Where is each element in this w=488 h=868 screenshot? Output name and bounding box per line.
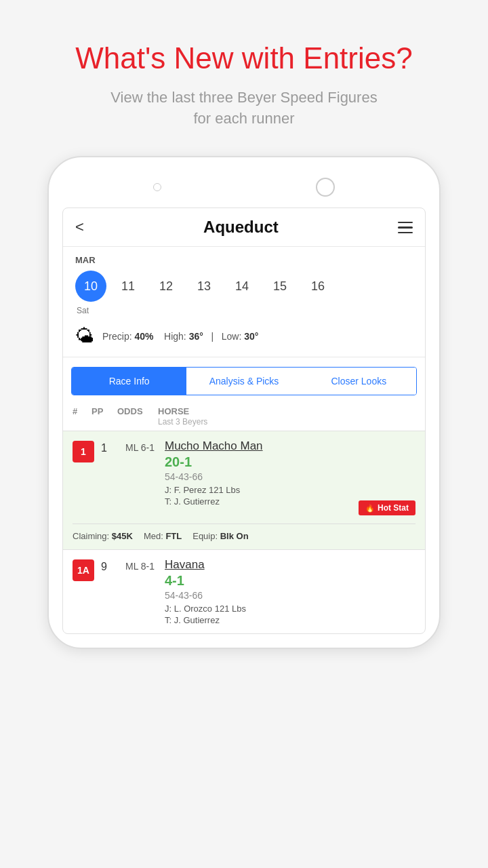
app-header: < Aqueduct (63, 208, 425, 247)
runner-name-1[interactable]: Mucho Macho Man (165, 439, 415, 453)
col-horse-sub: Last 3 Beyers (158, 417, 207, 427)
page-title: What's New with Entries? (75, 41, 412, 77)
date-10[interactable]: 10 (75, 271, 106, 302)
col-horse-label: HORSE (158, 406, 189, 416)
runner-beyers-1: 54-43-66 (165, 471, 415, 482)
precip-value: 40% (134, 331, 153, 342)
calendar-section: MAR 10 11 12 13 14 15 16 Sat (63, 247, 425, 321)
runner-main-1: 1 1 ML 6-1 Mucho Macho Man 20-1 54-43-66… (73, 439, 415, 515)
runner-badge-1a: 1A (73, 559, 94, 581)
runner-odds-1a: ML 8-1 (125, 558, 161, 572)
hamburger-line-2 (398, 226, 413, 229)
date-14[interactable]: 14 (226, 272, 258, 300)
date-11[interactable]: 11 (112, 272, 144, 300)
runner-jockey-1: J: F. Perez 121 Lbs (165, 485, 415, 495)
col-hash: # (73, 406, 92, 416)
front-camera-small (153, 183, 161, 191)
runner-beyers-1a: 54-43-66 (165, 590, 415, 601)
low-value: 30° (244, 331, 258, 342)
page-subtitle: View the last three Beyer Speed Figuresf… (75, 87, 412, 130)
precip-label: Precip: (102, 331, 132, 342)
weather-text: Precip: 40% High: 36° | Low: 30° (102, 331, 258, 342)
hamburger-line-3 (398, 232, 413, 234)
hot-stat-badge: Hot Stat (359, 500, 415, 515)
tab-closer-looks[interactable]: Closer Looks (302, 368, 416, 395)
high-value: 36° (189, 331, 203, 342)
day-label: Sat (77, 306, 413, 315)
runner-badge-1: 1 (73, 441, 94, 462)
hamburger-line-1 (398, 222, 413, 224)
tabs-section: Race Info Analysis & Picks Closer Looks (71, 367, 417, 395)
app-title: Aqueduct (203, 218, 279, 237)
runner-ml-odds-1a: 4-1 (165, 573, 415, 589)
runner-pp-1: 1 (101, 439, 120, 454)
runner-jockey-1a: J: L. Orozco 121 Lbs (165, 604, 415, 614)
page-header: What's New with Entries? View the last t… (48, 0, 439, 142)
runner-details-1: Claiming: $45K Med: FTL Equip: Blk On (73, 524, 415, 541)
back-button[interactable]: < (75, 218, 84, 236)
phone-screen: < Aqueduct MAR 10 11 12 13 14 15 16 Sat (62, 208, 426, 634)
runner-odds-1: ML 6-1 (125, 439, 161, 453)
date-15[interactable]: 15 (264, 272, 296, 300)
col-odds: ODDS (117, 406, 158, 416)
date-row: 10 11 12 13 14 15 16 (75, 271, 413, 302)
tab-race-info[interactable]: Race Info (72, 368, 186, 395)
weather-icon: 🌤 (75, 325, 94, 347)
col-horse: HORSE Last 3 Beyers (158, 406, 415, 427)
runner-trainer-1a: T: J. Gutierrez (165, 615, 415, 625)
date-16[interactable]: 16 (302, 272, 334, 300)
col-pp: PP (92, 406, 117, 416)
runner-pp-1a: 9 (101, 558, 120, 573)
month-label: MAR (75, 255, 413, 265)
phone-mockup: < Aqueduct MAR 10 11 12 13 14 15 16 Sat (47, 156, 441, 649)
phone-top-bar (62, 171, 426, 208)
high-label: High: (164, 331, 186, 342)
runner-ml-odds-1: 20-1 (165, 454, 415, 470)
runner-info-1: Mucho Macho Man 20-1 54-43-66 J: F. Pere… (165, 439, 415, 515)
table-header: # PP ODDS HORSE Last 3 Beyers (63, 402, 425, 431)
runner-row-1: 1 1 ML 6-1 Mucho Macho Man 20-1 54-43-66… (63, 431, 425, 549)
low-label: Low: (222, 331, 242, 342)
runner-name-1a[interactable]: Havana (165, 558, 415, 572)
runner-equip: Equip: Blk On (192, 531, 248, 541)
weather-section: 🌤 Precip: 40% High: 36° | Low: 30° (63, 321, 425, 357)
runner-info-1a: Havana 4-1 54-43-66 J: L. Orozco 121 Lbs… (165, 558, 415, 625)
front-camera-large (316, 178, 335, 197)
runner-claiming: Claiming: $45K (73, 531, 133, 541)
runner-row-1a: 1A 9 ML 8-1 Havana 4-1 54-43-66 J: L. Or… (63, 549, 425, 633)
tab-analysis-picks[interactable]: Analysis & Picks (186, 368, 301, 395)
runner-med: Med: FTL (144, 531, 182, 541)
runner-main-1a: 1A 9 ML 8-1 Havana 4-1 54-43-66 J: L. Or… (73, 558, 415, 625)
date-12[interactable]: 12 (150, 272, 182, 300)
date-13[interactable]: 13 (188, 272, 220, 300)
menu-button[interactable] (398, 222, 413, 234)
